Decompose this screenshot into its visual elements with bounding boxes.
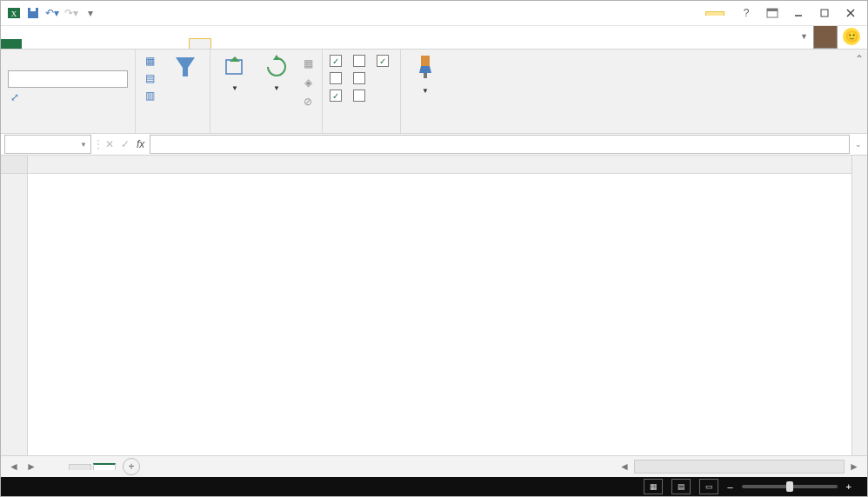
tab-rumus[interactable]: [84, 39, 105, 49]
insert-slicer-button[interactable]: [168, 53, 203, 84]
paintbrush-icon: [411, 53, 439, 81]
pivot-icon: ▦: [143, 54, 157, 68]
checkbox-checked-icon: ✓: [330, 55, 342, 67]
quick-access-toolbar: X ↶▾ ↷▾ ▾: [1, 5, 98, 21]
chk-baris-header[interactable]: ✓: [330, 53, 346, 69]
chk-total-baris[interactable]: [330, 70, 346, 86]
expand-formula-icon[interactable]: ⌄: [855, 140, 862, 149]
excel-icon: X: [6, 5, 22, 21]
group-title-eksternal: [217, 129, 315, 133]
column-headers: [28, 156, 851, 174]
view-page-break-icon[interactable]: ▭: [699, 479, 718, 494]
tab-powerpivot[interactable]: [168, 39, 189, 49]
summarize-pivot-button[interactable]: ▦: [143, 53, 161, 69]
zoom-slider[interactable]: [742, 485, 838, 488]
tab-beranda[interactable]: [22, 39, 43, 49]
svg-rect-11: [226, 60, 242, 74]
group-title-properti: [8, 129, 128, 133]
view-normal-icon[interactable]: ▦: [644, 479, 663, 494]
avatar: [813, 24, 838, 49]
fx-icon[interactable]: fx: [137, 138, 144, 150]
formula-input[interactable]: [150, 135, 850, 154]
properties-icon[interactable]: ▦: [301, 56, 315, 70]
new-sheet-button[interactable]: +: [123, 458, 140, 475]
qat-customize-icon[interactable]: ▾: [83, 5, 98, 21]
ribbon-tabs: ▼ 🙂: [1, 26, 867, 50]
remove-duplicates-button[interactable]: ▤: [143, 70, 161, 86]
slicer-icon: [171, 53, 199, 81]
sheet-tab-bar: ◄ ► + ◄ ►: [1, 455, 867, 477]
duplicates-icon: ▤: [143, 71, 157, 85]
export-icon: [221, 53, 249, 81]
account-area[interactable]: ▼ 🙂: [795, 24, 867, 49]
svg-rect-3: [30, 8, 36, 11]
group-alat: ▦ ▤ ▥: [136, 50, 210, 133]
export-button[interactable]: ▼: [217, 53, 252, 92]
status-bar: ▦ ▤ ▭ – +: [1, 477, 867, 496]
horizontal-scrollbar[interactable]: [634, 460, 845, 474]
tab-file[interactable]: [1, 39, 22, 49]
redo-icon[interactable]: ↷▾: [63, 5, 79, 21]
checkbox-checked-icon: ✓: [377, 55, 389, 67]
convert-range-button[interactable]: ▥: [143, 88, 161, 103]
tab-data[interactable]: [105, 39, 126, 49]
table-name-label: [8, 53, 128, 69]
zoom-out-button[interactable]: –: [727, 481, 732, 492]
collapse-ribbon-icon[interactable]: ⌃: [851, 50, 867, 133]
open-browser-icon[interactable]: ◈: [301, 76, 315, 89]
sheet-nav-prev-icon[interactable]: ◄: [6, 459, 22, 474]
table-name-input[interactable]: [8, 70, 128, 88]
ribbon-panel: ⤢ ▦ ▤ ▥: [1, 50, 867, 134]
name-box[interactable]: ▼: [4, 135, 91, 154]
tab-desain[interactable]: [189, 38, 211, 49]
save-icon[interactable]: [25, 5, 41, 21]
ribbon-display-icon[interactable]: [761, 4, 784, 22]
sheet-tab-lembar1[interactable]: [69, 464, 91, 470]
tab-tinjau[interactable]: [126, 39, 147, 49]
refresh-icon: [263, 53, 290, 81]
resize-table-icon: ⤢: [8, 90, 22, 104]
row-headers: [1, 174, 28, 455]
quick-styles-button[interactable]: ▼: [408, 53, 443, 95]
checkbox-icon: [353, 72, 365, 84]
select-all-corner[interactable]: [1, 156, 28, 174]
tab-sisipkan[interactable]: [43, 39, 63, 49]
group-eksternal: ▼ ▼ ▦ ◈ ⊘: [210, 50, 323, 133]
checkbox-checked-icon: ✓: [330, 89, 342, 102]
chk-kolom-terakhir[interactable]: [353, 70, 370, 86]
cancel-icon[interactable]: ✕: [105, 138, 114, 150]
feedback-icon[interactable]: 🙂: [843, 28, 860, 45]
sheet-tab-olahraga[interactable]: [93, 463, 116, 470]
checkbox-icon: [353, 55, 365, 67]
zoom-in-button[interactable]: +: [846, 481, 851, 492]
cells-area[interactable]: [28, 174, 851, 455]
minimize-icon[interactable]: [787, 4, 810, 22]
tab-tataletak[interactable]: [63, 39, 84, 49]
checkbox-icon: [353, 89, 365, 102]
hscroll-left-icon[interactable]: ◄: [617, 459, 632, 474]
tab-tampilan[interactable]: [147, 39, 168, 49]
maximize-icon[interactable]: [813, 4, 836, 22]
undo-icon[interactable]: ↶▾: [44, 5, 60, 21]
vertical-scrollbar[interactable]: [851, 156, 867, 455]
svg-rect-5: [767, 9, 778, 11]
group-gaya: ▼: [401, 50, 450, 133]
sheet-nav-next-icon[interactable]: ►: [23, 459, 39, 474]
checkbox-icon: [330, 72, 342, 84]
unlink-icon[interactable]: ⊘: [301, 95, 315, 109]
svg-rect-13: [421, 56, 430, 66]
group-title-alat: [143, 129, 203, 133]
chk-kolom-awal[interactable]: [353, 53, 370, 69]
hscroll-right-icon[interactable]: ►: [846, 459, 862, 474]
refresh-button[interactable]: ▼: [259, 53, 294, 92]
chk-tombol-filter[interactable]: ✓: [377, 53, 393, 69]
resize-table-button[interactable]: ⤢: [8, 89, 128, 105]
chk-kolom-berpita[interactable]: [353, 88, 370, 103]
help-icon[interactable]: ?: [735, 4, 758, 22]
enter-icon[interactable]: ✓: [121, 138, 130, 150]
view-page-layout-icon[interactable]: ▤: [671, 479, 691, 494]
contextual-tab-label: [705, 11, 724, 16]
close-icon[interactable]: [839, 4, 862, 22]
group-title-opsi: [330, 129, 393, 133]
chk-baris-berpita[interactable]: ✓: [330, 88, 346, 103]
